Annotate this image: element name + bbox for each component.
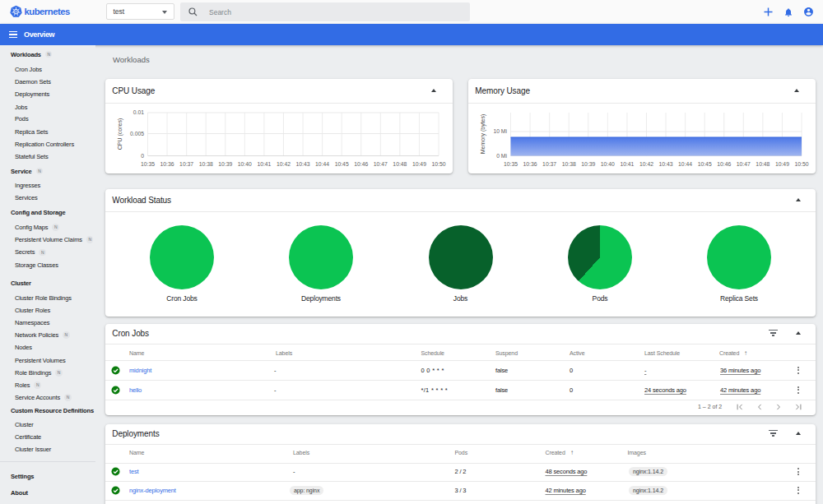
svg-text:10:48: 10:48 — [393, 161, 407, 167]
svg-text:10:37: 10:37 — [542, 161, 556, 167]
svg-text:10:44: 10:44 — [678, 161, 692, 167]
svg-text:10:45: 10:45 — [698, 161, 712, 167]
svg-text:10:38: 10:38 — [562, 161, 576, 167]
svg-text:10:35: 10:35 — [141, 161, 155, 167]
svg-text:Memory (bytes): Memory (bytes) — [480, 114, 486, 155]
svg-text:0: 0 — [141, 153, 144, 159]
svg-text:10:46: 10:46 — [717, 161, 731, 167]
svg-text:0.005: 0.005 — [130, 131, 144, 136]
svg-text:10:40: 10:40 — [238, 161, 252, 167]
svg-text:10:50: 10:50 — [794, 161, 808, 167]
svg-text:10:46: 10:46 — [354, 161, 368, 167]
svg-text:10:49: 10:49 — [412, 161, 426, 167]
svg-text:10:47: 10:47 — [374, 161, 388, 167]
svg-text:10:39: 10:39 — [581, 161, 595, 167]
svg-text:0.01: 0.01 — [133, 109, 144, 115]
svg-text:10:44: 10:44 — [315, 161, 329, 167]
svg-text:10:42: 10:42 — [639, 161, 653, 167]
svg-text:10:49: 10:49 — [775, 161, 789, 167]
svg-text:CPU (cores): CPU (cores) — [117, 118, 123, 150]
svg-text:10:38: 10:38 — [199, 161, 213, 167]
svg-text:10:47: 10:47 — [737, 161, 751, 167]
svg-text:10:41: 10:41 — [257, 161, 271, 167]
svg-text:10:40: 10:40 — [601, 161, 615, 167]
svg-text:10:42: 10:42 — [277, 161, 291, 167]
svg-text:10 Mi: 10 Mi — [493, 128, 507, 134]
svg-text:10:37: 10:37 — [179, 161, 193, 167]
svg-text:10:41: 10:41 — [620, 161, 634, 167]
svg-text:10:36: 10:36 — [160, 161, 174, 167]
svg-text:10:48: 10:48 — [756, 161, 770, 167]
svg-text:10:35: 10:35 — [504, 161, 518, 167]
svg-text:10:50: 10:50 — [431, 161, 445, 167]
svg-text:10:45: 10:45 — [335, 161, 349, 167]
svg-text:10:36: 10:36 — [523, 161, 537, 167]
svg-text:0 Mi: 0 Mi — [496, 153, 507, 159]
svg-text:10:39: 10:39 — [218, 161, 232, 167]
svg-text:10:43: 10:43 — [659, 161, 673, 167]
svg-text:10:43: 10:43 — [296, 161, 310, 167]
